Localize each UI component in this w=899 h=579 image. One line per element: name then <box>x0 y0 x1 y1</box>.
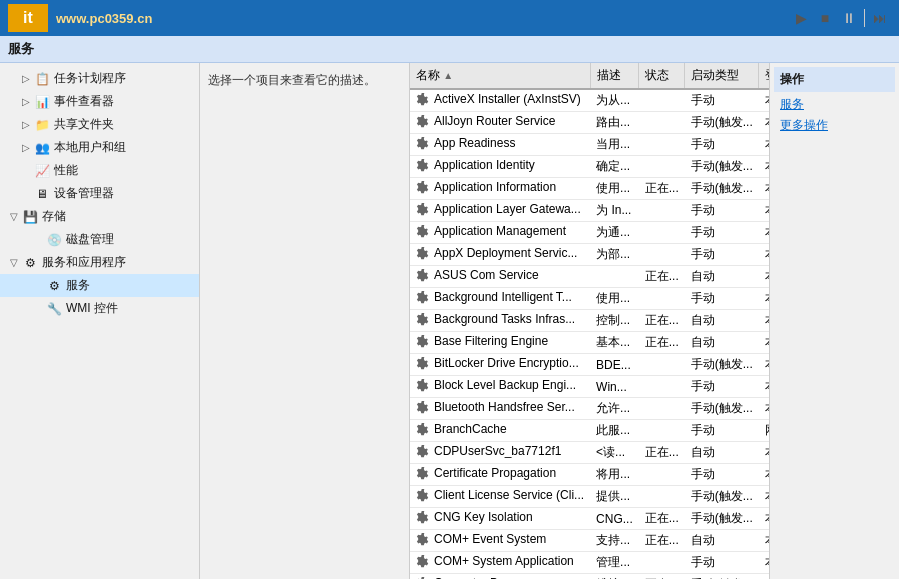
table-row[interactable]: ActiveX Installer (AxInstSV) 为从...手动本 <box>410 89 769 112</box>
services-table: 名称 ▲ 描述 状态 启动类型 登 ActiveX Installer (AxI… <box>410 63 769 579</box>
table-row[interactable]: Background Tasks Infras... 控制...正在...自动本 <box>410 310 769 332</box>
cell-service-login: 本 <box>759 574 769 580</box>
cell-service-status <box>639 134 685 156</box>
cell-service-status: 正在... <box>639 332 685 354</box>
table-row[interactable]: COM+ Event System 支持...正在...自动本 <box>410 530 769 552</box>
sidebar-item-storage[interactable]: ▽ 💾 存储 <box>0 205 199 228</box>
table-row[interactable]: Application Information 使用...正在...手动(触发.… <box>410 178 769 200</box>
table-row[interactable]: Application Management 为通...手动本 <box>410 222 769 244</box>
cell-service-name: Background Intelligent T... <box>410 288 590 310</box>
cell-service-login: 本 <box>759 112 769 134</box>
toolbar: ▶ ■ ⏸ ⏭ <box>790 7 891 29</box>
table-row[interactable]: ASUS Com Service 正在...自动本 <box>410 266 769 288</box>
users-icon: 👥 <box>34 140 50 156</box>
table-row[interactable]: Application Identity 确定...手动(触发...本 <box>410 156 769 178</box>
cell-service-startup: 手动 <box>685 420 759 442</box>
table-row[interactable]: Client License Service (Cli... 提供...手动(触… <box>410 486 769 508</box>
cell-service-startup: 手动(触发... <box>685 508 759 530</box>
table-row[interactable]: Bluetooth Handsfree Ser... 允许...手动(触发...… <box>410 398 769 420</box>
services-panel: 名称 ▲ 描述 状态 启动类型 登 ActiveX Installer (AxI… <box>410 63 769 579</box>
cell-service-name: ASUS Com Service <box>410 266 590 288</box>
cell-service-login: 本 <box>759 178 769 200</box>
event-icon: 📊 <box>34 94 50 110</box>
cell-service-name: Application Identity <box>410 156 590 178</box>
cell-service-name: BranchCache <box>410 420 590 442</box>
table-row[interactable]: Computer Browser 维护...正在...手动(触发...本 <box>410 574 769 580</box>
sidebar-item-wmi[interactable]: 🔧 WMI 控件 <box>0 297 199 320</box>
cell-service-login: 本 <box>759 376 769 398</box>
cell-service-startup: 手动(触发... <box>685 486 759 508</box>
sidebar-item-local-users[interactable]: ▷ 👥 本地用户和组 <box>0 136 199 159</box>
cell-service-login: 本 <box>759 508 769 530</box>
cell-service-desc: 支持... <box>590 530 639 552</box>
table-row[interactable]: Block Level Backup Engi... Win...手动本 <box>410 376 769 398</box>
sidebar-item-device-manager[interactable]: 🖥 设备管理器 <box>0 182 199 205</box>
sidebar-label: 磁盘管理 <box>66 231 114 248</box>
col-header-login[interactable]: 登 <box>759 63 769 89</box>
table-row[interactable]: COM+ System Application 管理...手动本 <box>410 552 769 574</box>
cell-service-startup: 手动 <box>685 464 759 486</box>
window-title: 服务 <box>0 36 899 63</box>
table-row[interactable]: Base Filtering Engine 基本...正在...自动本 <box>410 332 769 354</box>
expand-icon: ▷ <box>20 96 32 107</box>
table-row[interactable]: Application Layer Gatewa... 为 In...手动本 <box>410 200 769 222</box>
table-row[interactable]: CDPUserSvc_ba7712f1 <读...正在...自动本 <box>410 442 769 464</box>
cell-service-status <box>639 376 685 398</box>
table-row[interactable]: Background Intelligent T... 使用...手动本 <box>410 288 769 310</box>
sidebar-label: 共享文件夹 <box>54 116 114 133</box>
cell-service-login: 网 <box>759 420 769 442</box>
sidebar-item-performance[interactable]: 📈 性能 <box>0 159 199 182</box>
cell-service-login: 本 <box>759 398 769 420</box>
table-row[interactable]: BitLocker Drive Encryptio... BDE...手动(触发… <box>410 354 769 376</box>
cell-service-login: 本 <box>759 442 769 464</box>
main-container: it www.pc0359.cn ▶ ■ ⏸ ⏭ 服务 ▷ 📋 任务计划程序 ▷ <box>0 0 899 579</box>
cell-service-startup: 手动 <box>685 134 759 156</box>
col-header-startup[interactable]: 启动类型 <box>685 63 759 89</box>
sidebar-item-task-scheduler[interactable]: ▷ 📋 任务计划程序 <box>0 67 199 90</box>
action-panel: 操作 服务 更多操作 <box>769 63 899 579</box>
cell-service-name: AppX Deployment Servic... <box>410 244 590 266</box>
toolbar-stop[interactable]: ■ <box>814 7 836 29</box>
table-row[interactable]: AllJoyn Router Service 路由...手动(触发...本 <box>410 112 769 134</box>
cell-service-name: COM+ System Application <box>410 552 590 574</box>
cell-service-startup: 自动 <box>685 266 759 288</box>
cell-service-startup: 自动 <box>685 310 759 332</box>
toolbar-pause[interactable]: ⏸ <box>838 7 860 29</box>
table-row[interactable]: App Readiness 当用...手动本 <box>410 134 769 156</box>
cell-service-name: Computer Browser <box>410 574 590 580</box>
device-icon: 🖥 <box>34 186 50 202</box>
content-area: ▷ 📋 任务计划程序 ▷ 📊 事件查看器 ▷ 📁 共享文件夹 ▷ 👥 本地用户和… <box>0 63 899 579</box>
col-header-desc[interactable]: 描述 <box>590 63 639 89</box>
action-services[interactable]: 服务 <box>774 94 895 115</box>
cell-service-desc: 维护... <box>590 574 639 580</box>
table-row[interactable]: CNG Key Isolation CNG...正在...手动(触发...本 <box>410 508 769 530</box>
sidebar-label: 设备管理器 <box>54 185 114 202</box>
cell-service-startup: 手动(触发... <box>685 112 759 134</box>
table-row[interactable]: Certificate Propagation 将用...手动本 <box>410 464 769 486</box>
action-more[interactable]: 更多操作 <box>774 115 895 136</box>
sidebar-item-services[interactable]: ⚙ 服务 <box>0 274 199 297</box>
cell-service-desc: 使用... <box>590 288 639 310</box>
toolbar-play[interactable]: ▶ <box>790 7 812 29</box>
table-row[interactable]: AppX Deployment Servic... 为部...手动本 <box>410 244 769 266</box>
sidebar-item-disk-mgmt[interactable]: 💿 磁盘管理 <box>0 228 199 251</box>
col-header-status[interactable]: 状态 <box>639 63 685 89</box>
cell-service-startup: 手动(触发... <box>685 156 759 178</box>
cell-service-status <box>639 552 685 574</box>
cell-service-name: COM+ Event System <box>410 530 590 552</box>
sidebar-item-services-apps[interactable]: ▽ ⚙ 服务和应用程序 <box>0 251 199 274</box>
cell-service-status: 正在... <box>639 310 685 332</box>
sidebar-item-shared-folders[interactable]: ▷ 📁 共享文件夹 <box>0 113 199 136</box>
cell-service-desc: BDE... <box>590 354 639 376</box>
cell-service-desc: 将用... <box>590 464 639 486</box>
services-table-scroll[interactable]: 名称 ▲ 描述 状态 启动类型 登 ActiveX Installer (AxI… <box>410 63 769 579</box>
cell-service-login: 本 <box>759 310 769 332</box>
table-row[interactable]: BranchCache 此服...手动网 <box>410 420 769 442</box>
cell-service-name: Base Filtering Engine <box>410 332 590 354</box>
sidebar-item-event-viewer[interactable]: ▷ 📊 事件查看器 <box>0 90 199 113</box>
col-header-name[interactable]: 名称 ▲ <box>410 63 590 89</box>
cell-service-startup: 手动 <box>685 288 759 310</box>
toolbar-step[interactable]: ⏭ <box>869 7 891 29</box>
cell-service-status: 正在... <box>639 266 685 288</box>
cell-service-status <box>639 156 685 178</box>
